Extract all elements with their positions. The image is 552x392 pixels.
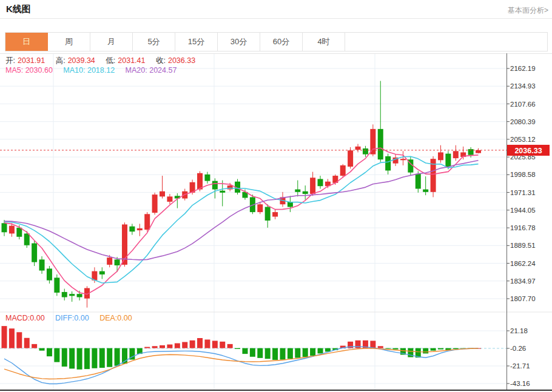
macd-value: MACD:0.00: [5, 314, 45, 322]
tab-30min[interactable]: 30分: [218, 33, 260, 51]
axis-tick-label: -0.26: [510, 345, 526, 352]
price-axis: 2162.19 2134.93 2107.66 2080.39 2053.12 …: [510, 65, 536, 302]
ma-row: MA5: 2030.60 MA10: 2018.12 MA20: 2024.57: [5, 66, 179, 75]
tab-15min[interactable]: 15分: [175, 33, 218, 51]
axis-tick-label: 1916.78: [510, 224, 536, 231]
axis-tick-label: 2162.19: [510, 65, 536, 72]
high-label: 高:: [56, 56, 66, 65]
diff-value: DIFF:0.00: [55, 314, 89, 322]
tab-60min[interactable]: 60分: [260, 33, 303, 51]
low-label: 低:: [106, 56, 115, 65]
tab-5min[interactable]: 5分: [133, 33, 175, 51]
axis-tick-label: 1834.97: [510, 277, 536, 285]
low-value: 2031.41: [118, 56, 145, 65]
tab-day[interactable]: 日: [5, 33, 48, 51]
page-title: K线图: [6, 4, 31, 15]
ma20-value: MA20: 2024.57: [126, 66, 177, 75]
axis-tick-label: 1862.24: [510, 260, 536, 267]
chart-area: 2162.19 2134.93 2107.66 2080.39 2053.12 …: [0, 53, 552, 392]
candlestick-macd-plot: [0, 81, 507, 384]
axis-tick-label: -21.71: [510, 362, 530, 370]
kline-app: K线图 基本面分析> 日 周 月 5分 15分 30分 60分 4时 2162.…: [0, 0, 552, 392]
period-tabbar: 日 周 月 5分 15分 30分 60分 4时: [5, 32, 548, 51]
ma5-value: MA5: 2030.60: [5, 66, 53, 75]
current-price-label: 2036.33: [514, 147, 542, 155]
ohlc-row: 开:2031.91 高:2039.34 低:2031.41 收:2036.33: [5, 56, 198, 66]
tab-week[interactable]: 周: [48, 33, 90, 51]
grid-layer: [0, 54, 507, 390]
dea-value: DEA:0.00: [99, 314, 132, 322]
close-value: 2036.33: [168, 56, 195, 65]
fundamental-analysis-link[interactable]: 基本面分析>: [508, 5, 548, 16]
tab-4hour[interactable]: 4时: [303, 33, 345, 51]
macd-row: MACD:0.00 DIFF:0.00 DEA:0.00: [5, 314, 135, 322]
header-divider: [0, 18, 552, 19]
axis-tick-label: 21.18: [510, 327, 528, 334]
kline-chart-canvas[interactable]: 2162.19 2134.93 2107.66 2080.39 2053.12 …: [0, 53, 552, 392]
axis-tick-label: 1998.58: [510, 171, 536, 178]
axis-tick-label: 1971.31: [510, 189, 536, 196]
high-value: 2039.34: [68, 56, 95, 65]
axis-tick-label: 1889.51: [510, 242, 536, 249]
close-label: 收:: [156, 56, 166, 65]
axis-tick-label: 2053.12: [510, 136, 536, 143]
axis-tick-label: 2107.66: [510, 101, 536, 108]
axis-tick-label: 2080.39: [510, 118, 536, 125]
ma10-value: MA10: 2018.12: [63, 66, 115, 75]
axis-tick-label: 2134.93: [510, 82, 536, 90]
axis-tick-label: -43.16: [510, 380, 530, 387]
axis-tick-label: 1944.05: [510, 207, 536, 214]
axis-tick-label: 1807.70: [510, 295, 536, 302]
tab-month[interactable]: 月: [90, 33, 133, 51]
macd-axis: 21.18 -0.26 -21.71 -43.16: [510, 327, 530, 387]
open-value: 2031.91: [18, 56, 45, 65]
open-label: 开:: [5, 56, 15, 65]
